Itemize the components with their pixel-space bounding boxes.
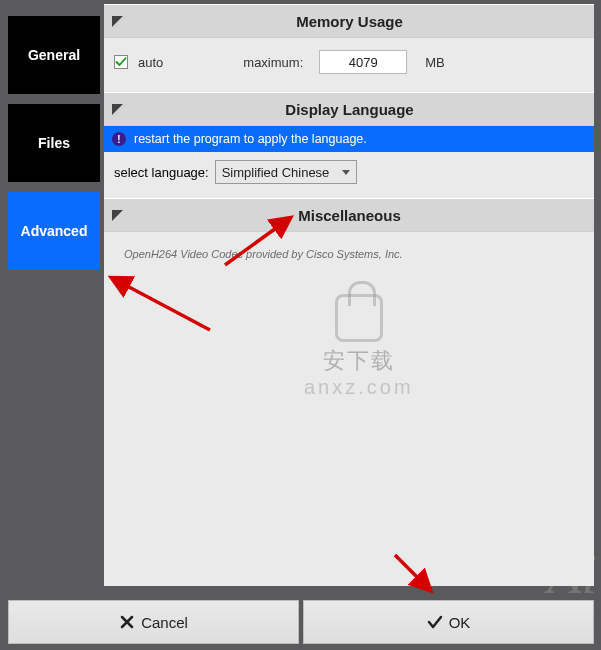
section-memory-title: Memory Usage	[131, 13, 568, 30]
cancel-button[interactable]: Cancel	[8, 600, 299, 644]
sidebar: General Files Advanced	[8, 16, 100, 270]
ok-button[interactable]: OK	[303, 600, 594, 644]
collapse-icon	[112, 104, 123, 115]
check-icon	[115, 56, 127, 68]
main-panel: Memory Usage auto maximum: 4079 MB Displ…	[104, 4, 594, 586]
section-language: Display Language ! restart the program t…	[104, 92, 594, 198]
tab-advanced[interactable]: Advanced	[8, 192, 100, 270]
language-info-bar: ! restart the program to apply the langu…	[104, 126, 594, 152]
maximum-unit: MB	[425, 55, 445, 70]
maximum-label: maximum:	[243, 55, 303, 70]
section-memory-header[interactable]: Memory Usage	[104, 4, 594, 38]
tab-general-label: General	[28, 47, 80, 63]
section-misc-title: Miscellaneous	[131, 207, 568, 224]
lock-icon	[335, 294, 383, 342]
maximum-input[interactable]: 4079	[319, 50, 407, 74]
collapse-icon	[112, 210, 123, 221]
tab-general[interactable]: General	[8, 16, 100, 94]
close-icon	[119, 614, 135, 630]
chevron-down-icon	[342, 170, 350, 175]
section-language-title: Display Language	[131, 101, 568, 118]
section-memory: Memory Usage auto maximum: 4079 MB	[104, 4, 594, 92]
footer: Cancel OK	[8, 600, 594, 644]
auto-label: auto	[138, 55, 163, 70]
cancel-button-label: Cancel	[141, 614, 188, 631]
watermark: 安下载 anxz.com	[304, 294, 414, 399]
select-language-label: select language:	[114, 165, 209, 180]
language-info-text: restart the program to apply the languag…	[134, 132, 367, 146]
collapse-icon	[112, 16, 123, 27]
tab-files-label: Files	[38, 135, 70, 151]
language-select[interactable]: Simplified Chinese	[215, 160, 357, 184]
check-icon	[427, 614, 443, 630]
info-icon: !	[112, 132, 126, 146]
codec-note: OpenH264 Video Codec provided by Cisco S…	[104, 232, 594, 266]
tab-advanced-label: Advanced	[21, 223, 88, 239]
watermark-domain: anxz.com	[304, 376, 414, 399]
watermark-cn: 安下载	[304, 346, 414, 376]
section-misc: Miscellaneous OpenH264 Video Codec provi…	[104, 198, 594, 266]
language-select-value: Simplified Chinese	[222, 165, 330, 180]
auto-checkbox[interactable]	[114, 55, 128, 69]
ok-button-label: OK	[449, 614, 471, 631]
tab-files[interactable]: Files	[8, 104, 100, 182]
section-misc-header[interactable]: Miscellaneous	[104, 198, 594, 232]
section-language-header[interactable]: Display Language	[104, 92, 594, 126]
